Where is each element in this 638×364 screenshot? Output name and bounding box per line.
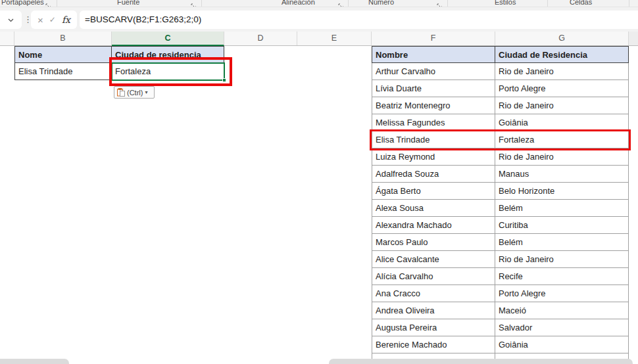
table-row: Beatriz MontenegroRio de Janeiro <box>372 97 629 114</box>
ribbon-group-divider <box>547 0 548 7</box>
chevron-down-icon <box>8 18 14 22</box>
cell[interactable]: Rio de Janeiro <box>495 251 629 268</box>
confirm-icon[interactable]: ✓ <box>49 16 56 24</box>
cell[interactable]: Belo Horizonte <box>495 183 629 200</box>
table-row: Lívia DuartePorto Alegre <box>372 80 629 97</box>
table-header-row: Nombre Ciudad de Residencia <box>372 46 629 63</box>
cancel-icon[interactable]: × <box>37 15 43 25</box>
table-row: Marcos PauloBelém <box>372 234 629 251</box>
cell[interactable]: Adalfreda Souza <box>372 166 495 183</box>
ribbon-group-divider <box>348 0 349 7</box>
paste-options-label: (Ctrl) <box>127 89 143 97</box>
cell[interactable]: Belém <box>495 234 629 251</box>
ribbon-group-label-number: Número <box>368 0 394 6</box>
cell[interactable]: Alícia Carvalho <box>372 268 495 285</box>
header-cell-ciudad[interactable]: Ciudad de residencia <box>112 46 224 63</box>
dialog-launcher-icon[interactable] <box>437 0 443 6</box>
ribbon-group-label-styles: Estilos <box>495 0 516 6</box>
cell[interactable]: Andrea Oliveira <box>372 302 495 319</box>
cell[interactable]: Ana Cracco <box>372 285 495 302</box>
ribbon-group-label-clipboard: Portapapeles <box>1 0 44 6</box>
cell[interactable]: Goiânia <box>495 336 629 353</box>
ribbon-group-label-font: Fuente <box>117 0 139 6</box>
dialog-launcher-icon[interactable] <box>191 0 197 6</box>
table-row: Alice CavalcanteRio de Janeiro <box>372 251 629 268</box>
clipboard-paste-icon <box>117 88 125 97</box>
dialog-launcher-icon[interactable] <box>338 0 344 6</box>
cell[interactable]: Beatriz Montenegro <box>372 97 495 114</box>
header-cell-nombre[interactable]: Nombre <box>372 46 495 63</box>
cell[interactable]: Maceió <box>495 302 629 319</box>
table-row: Adalfreda SouzaManaus <box>372 166 629 183</box>
ribbon-group-label-alignment: Alineación <box>282 0 315 6</box>
table-row: Ágata BertoBelo Horizonte <box>372 183 629 200</box>
cell[interactable]: Alexandra Machado <box>372 217 495 234</box>
dialog-launcher-icon[interactable] <box>45 0 51 6</box>
cell[interactable]: Porto Alegre <box>495 285 629 302</box>
cell[interactable]: Augusta Pereira <box>372 319 495 336</box>
cell[interactable]: Fortaleza <box>495 131 629 148</box>
ribbon-group-label-cells: Celdas <box>570 0 592 6</box>
paste-options-button[interactable]: (Ctrl) ▾ <box>114 86 155 99</box>
cell[interactable]: Alice Cavalcante <box>372 251 495 268</box>
column-headers: B C D E F G <box>0 32 638 46</box>
scrollbar-thumb[interactable] <box>0 359 69 364</box>
ribbon-group-divider <box>57 0 57 7</box>
cell[interactable]: Arthur Carvalho <box>372 63 495 80</box>
table-row: Andrea OliveiraMaceió <box>372 302 629 319</box>
table-row: Ana CraccoPorto Alegre <box>372 285 629 302</box>
column-header-a[interactable] <box>0 32 14 45</box>
table-row: Augusta PereiraSalvador <box>372 319 629 336</box>
cell[interactable]: Goiânia <box>495 114 629 131</box>
top-chrome: Portapapeles Fuente Alineación Número Es… <box>0 0 638 32</box>
cell[interactable]: Salvador <box>495 319 629 336</box>
cell[interactable]: Porto Alegre <box>495 80 629 97</box>
cell[interactable]: Recife <box>495 268 629 285</box>
lookup-result-table: Nome Ciudad de residencia Elisa Trindade… <box>14 46 224 80</box>
cell[interactable]: Rio de Janeiro <box>495 148 629 166</box>
cell-b2[interactable]: Elisa Trindade <box>14 63 112 80</box>
excel-window: Portapapeles Fuente Alineación Número Es… <box>0 0 638 364</box>
sheet-grid: Nome Ciudad de residencia Elisa Trindade… <box>0 46 638 364</box>
column-header-c-selected[interactable]: C <box>112 32 224 46</box>
header-cell-ciudad-residencia[interactable]: Ciudad de Residencia <box>495 46 629 63</box>
cell[interactable]: Luiza Reymond <box>372 148 495 166</box>
cell[interactable]: Rio de Janeiro <box>495 97 629 114</box>
column-header-e[interactable]: E <box>297 32 372 45</box>
formula-input[interactable]: =BUSCARV(B2;F1:G263;2;0) <box>80 11 638 29</box>
formula-bar-buttons: × ✓ fx <box>31 11 77 29</box>
cell[interactable]: Elisa Trindade <box>372 131 495 148</box>
ribbon: Portapapeles Fuente Alineación Número Es… <box>0 0 638 7</box>
paste-options-caret-icon: ▾ <box>145 90 147 95</box>
scrollbar-thumb[interactable] <box>329 359 633 364</box>
name-box[interactable] <box>0 11 22 29</box>
ribbon-group-divider <box>629 0 629 7</box>
column-header-f[interactable]: F <box>372 32 495 45</box>
header-cell-nome[interactable]: Nome <box>14 46 112 63</box>
table-row: Luiza ReymondRio de Janeiro <box>372 148 629 166</box>
table-row: Melissa FagundesGoiânia <box>372 114 629 131</box>
cell[interactable]: Manaus <box>495 166 629 183</box>
cell[interactable]: Lívia Duarte <box>372 80 495 97</box>
insert-function-icon[interactable]: fx <box>62 14 70 25</box>
column-header-d[interactable]: D <box>224 32 297 45</box>
cell[interactable]: Rio de Janeiro <box>495 63 629 80</box>
cell[interactable]: Berenice Machado <box>372 336 495 353</box>
column-header-b[interactable]: B <box>14 32 112 45</box>
cell-c2-active[interactable]: Fortaleza <box>112 63 224 80</box>
cell[interactable]: Belém <box>495 200 629 217</box>
table-header-row: Nome Ciudad de residencia <box>14 46 224 63</box>
table-row: Alexa SousaBelém <box>372 200 629 217</box>
divider <box>0 7 638 7</box>
cell[interactable]: Curitiba <box>495 217 629 234</box>
cell[interactable]: Marcos Paulo <box>372 234 495 251</box>
table-row-highlighted: Elisa TrindadeFortaleza <box>372 131 629 148</box>
table-row: Elisa Trindade Fortaleza <box>14 63 224 80</box>
column-header-g[interactable]: G <box>495 32 629 45</box>
table-row: Berenice MachadoGoiânia <box>372 336 629 353</box>
column-header-corner <box>629 32 638 45</box>
cell[interactable]: Melissa Fagundes <box>372 114 495 131</box>
cell[interactable]: Alexa Sousa <box>372 200 495 217</box>
cell[interactable]: Ágata Berto <box>372 183 495 200</box>
table-row: Alícia CarvalhoRecife <box>372 268 629 285</box>
